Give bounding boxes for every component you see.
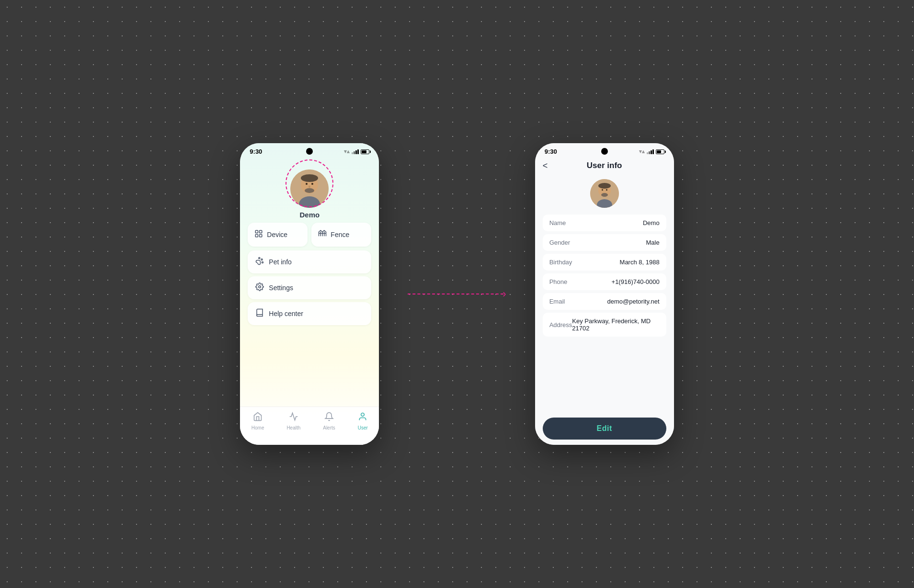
info-row-gender: Gender Male: [543, 234, 666, 251]
svg-point-20: [598, 183, 611, 189]
svg-point-12: [259, 258, 260, 259]
scene: 9:30 ▾▴: [240, 143, 674, 445]
svg-point-13: [261, 259, 263, 260]
help-center-icon: [255, 308, 264, 319]
header-bar: < User info: [535, 157, 674, 175]
status-bar-2: 9:30 ▾▴: [535, 143, 674, 157]
name-label: Name: [549, 219, 566, 226]
nav-home-label: Home: [251, 425, 264, 430]
svg-rect-9: [260, 230, 262, 233]
menu-help-center[interactable]: Help center: [248, 302, 371, 325]
nav-alerts[interactable]: Alerts: [323, 412, 335, 430]
status-bar-1: 9:30 ▾▴: [240, 143, 379, 157]
email-value: demo@petority.net: [607, 298, 660, 305]
settings-label: Settings: [269, 284, 293, 292]
signal-icon-2: [647, 149, 654, 154]
camera-notch-1: [306, 148, 313, 155]
help-center-label: Help center: [269, 310, 303, 317]
phone-value: +1(916)740-0000: [612, 278, 660, 285]
menu-grid: Device Fence: [248, 223, 371, 247]
wifi-icon-1: ▾▴: [344, 148, 350, 155]
device-icon: [254, 229, 263, 240]
info-row-birthday: Birthday March 8, 1988: [543, 254, 666, 271]
pet-info-icon: [255, 257, 264, 267]
avatar-name-1: Demo: [299, 211, 320, 219]
birthday-value: March 8, 1988: [620, 259, 660, 266]
pet-info-label: Pet info: [269, 258, 291, 266]
gender-value: Male: [646, 239, 659, 246]
menu-device[interactable]: Device: [248, 223, 308, 247]
birthday-label: Birthday: [549, 259, 572, 266]
phone-1: 9:30 ▾▴: [240, 143, 379, 445]
nav-user[interactable]: User: [358, 412, 368, 430]
fence-icon: [318, 229, 327, 240]
edit-button[interactable]: Edit: [543, 418, 666, 440]
status-icons-2: ▾▴: [639, 148, 664, 155]
user-nav-icon: [358, 412, 367, 424]
svg-rect-10: [256, 235, 258, 237]
edit-btn-area: Edit: [535, 410, 674, 445]
svg-point-21: [601, 193, 608, 197]
health-nav-icon: [289, 412, 298, 424]
alerts-nav-icon: [324, 412, 334, 424]
nav-home[interactable]: Home: [251, 412, 264, 430]
bottom-nav-1: Home Health Alerts: [240, 407, 379, 445]
info-list: Name Demo Gender Male Birthday March 8, …: [535, 215, 674, 410]
phone2-content: < User info: [535, 157, 674, 445]
name-value: Demo: [643, 219, 660, 226]
profile-avatar-center: [535, 175, 674, 215]
info-row-phone: Phone +1(916)740-0000: [543, 273, 666, 290]
phone-2: 9:30 ▾▴ < User info: [535, 143, 674, 445]
time-1: 9:30: [250, 148, 262, 155]
nav-alerts-label: Alerts: [323, 425, 335, 430]
svg-point-23: [606, 189, 607, 191]
menu-settings[interactable]: Settings: [248, 276, 371, 299]
info-row-address: Address Key Parkway, Frederick, MD 21702: [543, 313, 666, 337]
svg-point-16: [361, 413, 365, 417]
avatar-area: Demo: [290, 157, 329, 223]
profile-avatar: [590, 179, 619, 208]
time-2: 9:30: [545, 148, 557, 155]
nav-health[interactable]: Health: [286, 412, 300, 430]
svg-point-15: [259, 286, 261, 288]
phone-label: Phone: [549, 278, 568, 285]
info-row-email: Email demo@petority.net: [543, 293, 666, 310]
back-button[interactable]: <: [543, 161, 548, 171]
svg-point-22: [602, 189, 603, 191]
arrow-connector: ›: [408, 289, 506, 299]
svg-rect-8: [256, 230, 258, 233]
menu-section: Device Fence: [240, 223, 379, 325]
home-nav-icon: [253, 412, 263, 424]
camera-notch-2: [601, 148, 608, 155]
signal-icon-1: [352, 149, 359, 154]
header-title: User info: [587, 161, 622, 170]
svg-rect-11: [260, 235, 262, 237]
menu-pet-info[interactable]: Pet info: [248, 250, 371, 273]
battery-icon-1: [361, 149, 369, 154]
fence-label: Fence: [331, 231, 349, 238]
email-label: Email: [549, 298, 565, 305]
avatar-dashed-border: [286, 159, 333, 207]
status-icons-1: ▾▴: [344, 148, 369, 155]
menu-fence[interactable]: Fence: [311, 223, 371, 247]
nav-health-label: Health: [286, 425, 300, 430]
gender-label: Gender: [549, 239, 570, 246]
device-label: Device: [267, 231, 287, 238]
settings-icon: [255, 283, 264, 293]
info-row-name: Name Demo: [543, 215, 666, 231]
battery-icon-2: [656, 149, 664, 154]
address-label: Address: [549, 321, 572, 328]
svg-point-14: [262, 262, 263, 263]
address-value: Key Parkway, Frederick, MD 21702: [572, 317, 659, 332]
nav-user-label: User: [358, 425, 368, 430]
dashed-line: [408, 294, 503, 294]
phone1-content: Demo Device: [240, 157, 379, 325]
wifi-icon-2: ▾▴: [639, 148, 645, 155]
